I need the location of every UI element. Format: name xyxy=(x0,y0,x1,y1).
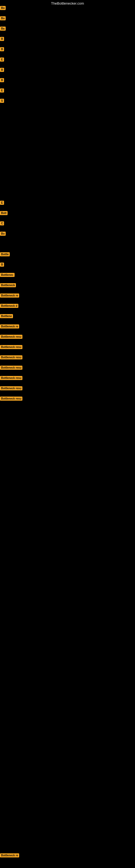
badge-b7: B xyxy=(0,68,4,72)
badge-b6: E xyxy=(0,58,4,62)
badge-b4: B xyxy=(0,37,4,41)
badge-b26: Bottleneck resu xyxy=(0,366,22,370)
badge-b14: Bo xyxy=(0,231,6,236)
badge-b19: Bottleneck re xyxy=(0,293,19,298)
badge-b3: Ba xyxy=(0,27,6,31)
badge-b24: Bottleneck resu xyxy=(0,345,22,349)
badge-b10: S xyxy=(0,99,4,103)
badge-b27: Bottleneck resu xyxy=(0,376,22,380)
badge-b22: Bottleneck re xyxy=(0,324,19,329)
badge-b30: Bottleneck re xyxy=(0,854,19,858)
badge-b5: B xyxy=(0,47,4,51)
badge-b9: E xyxy=(0,88,4,93)
badge-b2: Bo xyxy=(0,16,6,20)
badge-b11: E xyxy=(0,201,4,205)
badge-b8: B xyxy=(0,78,4,82)
badge-b12: Bott xyxy=(0,211,8,215)
badge-b29: Bottleneck resu xyxy=(0,397,22,401)
badge-b23: Bottleneck resu xyxy=(0,335,22,339)
badge-b21: Bottlene xyxy=(0,314,13,318)
badge-b13: C xyxy=(0,221,4,225)
badge-b15: Bottle xyxy=(0,252,10,256)
badge-b25: Bottleneck resu xyxy=(0,355,22,360)
site-title: TheBottlenecker.com xyxy=(51,1,84,5)
badge-b1: Bo xyxy=(0,6,6,10)
badge-b20: Bottleneck d xyxy=(0,304,18,308)
badge-b18: Bottleneck xyxy=(0,283,16,287)
badge-b17: Bottlenec xyxy=(0,273,14,277)
badge-b16: B xyxy=(0,262,4,267)
badge-b28: Bottleneck resu xyxy=(0,386,22,390)
